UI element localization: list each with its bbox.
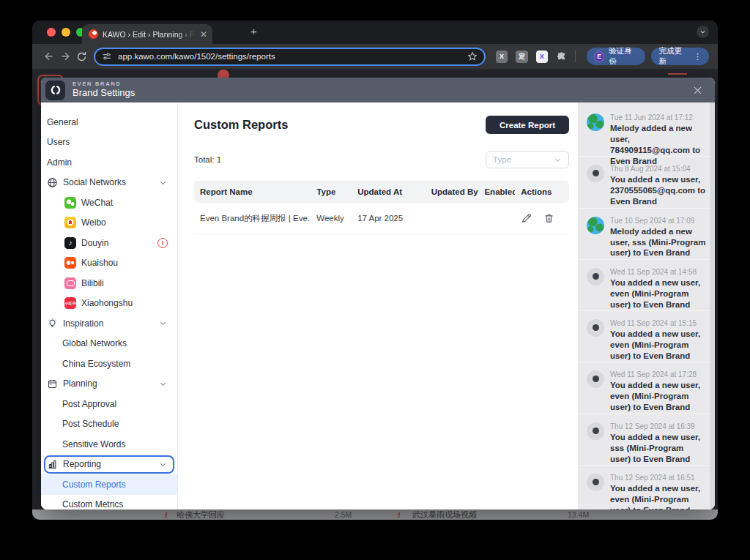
calendar-icon <box>47 378 58 389</box>
brand-settings-modal: EVEN BRAND Brand Settings General Users … <box>41 78 715 509</box>
edit-pencil-icon[interactable] <box>521 212 532 224</box>
feed-timestamp: Wed 11 Sep 2024 at 15:15 <box>610 319 706 327</box>
sidebar-item-weibo[interactable]: Weibo <box>41 213 177 234</box>
extensions-puzzle-button[interactable] <box>554 51 570 62</box>
dimmed-page-overlay: 1 哈佛大学回应 2.5M 1 武汉暴雨现场视频 13.4M EVEN BRAN… <box>32 69 718 520</box>
feed-message: Melody added a new user, sss (Mini-Progr… <box>610 226 706 259</box>
url-text[interactable]: app.kawo.com/kawo/1502/settings/reports <box>118 52 461 61</box>
warning-badge-icon: ! <box>157 238 168 248</box>
trending-title: 武汉暴雨现场视频 <box>412 509 477 520</box>
sidebar-item-post-approval[interactable]: Post Approval <box>41 394 177 414</box>
table-row: Even Brand的科握周报 | Eve... Weekly 17 Apr 2… <box>194 203 569 234</box>
feed-message: You added a new user, even (Mini-Program… <box>610 329 706 362</box>
report-name[interactable]: Even Brand的科握周报 | Eve... <box>194 213 311 224</box>
user-avatar <box>587 268 604 285</box>
custom-reports-panel: Custom Reports Create Report Total: 1 Ty… <box>178 102 578 509</box>
sidebar-item-social-networks[interactable]: Social Networks <box>41 173 177 193</box>
feed-scrollbar-gutter[interactable] <box>710 102 715 509</box>
modal-close-button[interactable] <box>692 85 703 96</box>
finish-update-button[interactable]: 完成更新 ⋮ <box>651 48 709 65</box>
chevron-down-icon <box>699 29 706 35</box>
sidebar-item-inspiration[interactable]: Inspiration <box>41 313 177 334</box>
column-report-name: Report Name <box>194 187 311 196</box>
bilibili-icon <box>64 277 76 289</box>
actions-cell <box>515 212 569 224</box>
feed-timestamp: Thu 8 Aug 2024 at 15:04 <box>610 165 706 173</box>
user-avatar <box>587 370 604 388</box>
feed-entry: Tue 11 Jun 2024 at 17:12 Melody added a … <box>578 105 710 157</box>
profile-avatar: E <box>594 51 604 62</box>
settings-sidebar: General Users Admin Social Networks WeCh… <box>41 102 178 509</box>
chevron-down-icon <box>554 156 562 164</box>
bookmark-star-icon[interactable] <box>467 51 478 61</box>
extension-x-white-icon[interactable]: X <box>536 51 548 63</box>
new-tab-button[interactable]: + <box>250 25 257 37</box>
sidebar-item-douyin[interactable]: ♪ Douyin ! <box>41 233 177 253</box>
extension-ding-icon[interactable]: 定 <box>516 51 527 63</box>
table-header: Report Name Type Updated At Updated By E… <box>194 181 569 203</box>
url-bar[interactable]: app.kawo.com/kawo/1502/settings/reports <box>94 48 486 66</box>
modal-header: EVEN BRAND Brand Settings <box>41 78 715 102</box>
sidebar-item-wechat[interactable]: WeChat <box>41 193 177 213</box>
reload-icon <box>76 51 87 62</box>
verify-identity-label: 验证身份 <box>609 46 638 67</box>
sidebar-item-reporting[interactable]: Reporting <box>41 455 177 475</box>
browser-window: KAWO › Edit › Planning › Post ✕ + app.ka… <box>32 20 718 520</box>
feed-entry: Thu 12 Sep 2024 at 16:39 You added a new… <box>578 414 710 466</box>
more-menu-icon[interactable]: ⋮ <box>694 52 702 61</box>
feed-timestamp: Tue 10 Sep 2024 at 17:09 <box>610 217 706 225</box>
sidebar-item-xiaohongshu[interactable]: 小红书 Xiaohongshu <box>41 294 177 314</box>
douyin-icon: ♪ <box>64 237 76 249</box>
sidebar-item-general[interactable]: General <box>41 112 177 132</box>
back-arrow-icon <box>43 51 55 62</box>
verify-identity-button[interactable]: E 验证身份 <box>587 48 646 65</box>
globe-avatar <box>587 217 604 234</box>
globe-icon <box>47 177 58 188</box>
sidebar-item-kuaishou[interactable]: Kuaishou <box>41 253 177 274</box>
extension-x-icon[interactable]: X <box>496 51 508 63</box>
sidebar-item-custom-metrics[interactable]: Custom Metrics <box>41 495 177 510</box>
sidebar-item-admin[interactable]: Admin <box>41 152 177 173</box>
feed-message: You added a new user, even (Mini-Program… <box>610 483 706 509</box>
trending-title: 哈佛大学回应 <box>177 509 225 520</box>
back-button[interactable] <box>41 51 57 62</box>
tab-search-button[interactable] <box>697 26 709 38</box>
sidebar-item-china-ecosystem[interactable]: China Ecosystem <box>41 354 177 374</box>
sidebar-item-post-schedule[interactable]: Post Schedule <box>41 414 177 435</box>
close-window-button[interactable] <box>47 28 56 37</box>
browser-tab[interactable]: KAWO › Edit › Planning › Post ✕ <box>82 24 212 44</box>
sidebar-item-users[interactable]: Users <box>41 132 177 153</box>
feed-timestamp: Wed 11 Sep 2024 at 17:28 <box>610 370 706 378</box>
feed-message: You added a new user, sss (Mini-Program … <box>610 432 706 465</box>
sidebar-item-global-networks[interactable]: Global Networks <box>41 334 177 354</box>
sidebar-item-planning[interactable]: Planning <box>41 374 177 395</box>
forward-button[interactable] <box>57 51 73 62</box>
minimize-window-button[interactable] <box>62 28 70 37</box>
bar-chart-icon <box>47 459 58 470</box>
type-filter-select[interactable]: Type <box>486 151 569 168</box>
column-updated-by: Updated By <box>426 187 479 196</box>
report-updated-at: 17 Apr 2025 <box>352 214 426 223</box>
total-count: Total: 1 <box>194 155 221 164</box>
column-updated-at: Updated At <box>352 187 426 196</box>
feed-timestamp: Thu 12 Sep 2024 at 16:39 <box>610 422 706 430</box>
site-settings-icon[interactable] <box>102 51 112 61</box>
trending-rank: 1 <box>164 509 168 520</box>
page-title: Custom Reports <box>194 118 288 132</box>
feed-message: You added a new user, even (Mini-Program… <box>610 277 706 310</box>
sidebar-item-custom-reports[interactable]: Custom Reports <box>41 474 177 495</box>
weibo-icon <box>64 217 76 228</box>
tab-close-icon[interactable]: ✕ <box>200 30 207 39</box>
create-report-button[interactable]: Create Report <box>486 116 569 134</box>
sidebar-item-sensitive-words[interactable]: Sensitive Words <box>41 434 177 455</box>
chevron-down-icon <box>159 380 167 388</box>
report-type: Weekly <box>311 214 352 223</box>
xiaohongshu-icon: 小红书 <box>64 297 76 309</box>
feed-timestamp: Wed 11 Sep 2024 at 14:58 <box>610 268 706 276</box>
feed-entry: Wed 11 Sep 2024 at 14:58 You added a new… <box>578 260 710 311</box>
feed-entry: Thu 12 Sep 2024 at 16:51 You added a new… <box>578 466 710 509</box>
trash-icon[interactable] <box>543 212 554 224</box>
reload-button[interactable] <box>73 51 89 62</box>
sidebar-item-bilibili[interactable]: Bilibili <box>41 273 177 294</box>
tab-strip: KAWO › Edit › Planning › Post ✕ + <box>32 20 718 44</box>
